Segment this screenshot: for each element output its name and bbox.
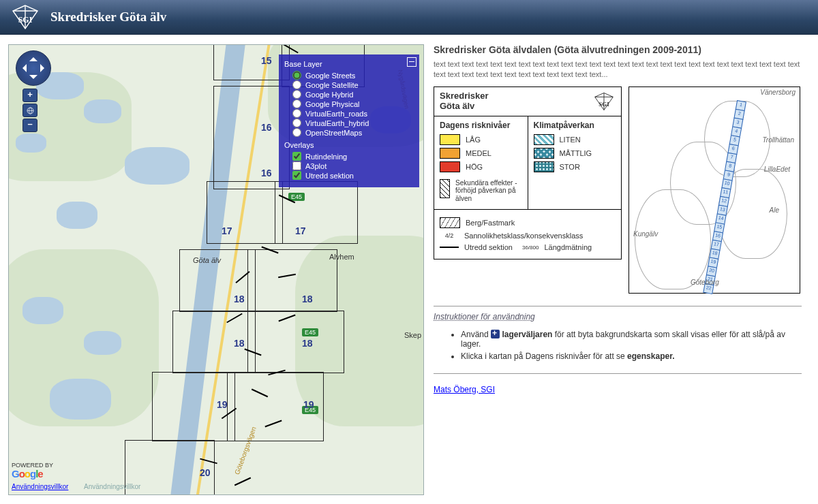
legend-swatch-stor: [534, 161, 554, 172]
overview-city: Ale: [770, 206, 779, 214]
overview-city: Göteborg: [691, 279, 719, 286]
grid-label: 19: [303, 399, 314, 410]
description-text: text text text text text text text text …: [434, 59, 802, 80]
legend-swatch-liten: [534, 134, 554, 145]
legend-climate-heading: Klimatpåverkan: [534, 121, 616, 130]
legend-swatch-secondary: [440, 179, 450, 198]
base-layer-option[interactable]: Google Physical: [292, 99, 414, 108]
grid-label: 16: [261, 122, 272, 133]
overview-city: Kungälv: [633, 230, 658, 238]
base-layer-option[interactable]: Google Hybrid: [292, 90, 414, 99]
layer-switcher-minimize-button[interactable]: [407, 57, 416, 67]
overview-city: Vänersborg: [760, 89, 796, 96]
legend-swatch: [440, 161, 460, 172]
author-link[interactable]: Mats Öberg, SGI: [434, 385, 495, 394]
instructions-heading: Instruktioner för användning: [434, 312, 802, 321]
overlay-option[interactable]: A3plot: [292, 161, 414, 170]
base-layer-option[interactable]: Google Streets: [292, 71, 414, 80]
zoom-world-button[interactable]: [22, 104, 37, 117]
app-header: SGI Skredrisker Göta älv: [0, 0, 818, 35]
base-layer-option[interactable]: OpenStreetMaps: [292, 128, 414, 137]
legend-swatch-berg: [440, 217, 460, 228]
overview-map[interactable]: 12345678910111213141516171819202122 Väne…: [628, 86, 800, 294]
grid-label: 19: [217, 399, 228, 410]
sgi-logo: SGI: [10, 3, 41, 31]
page-title: Skredrisker Göta älvdalen (Göta älvutred…: [434, 44, 802, 55]
sgi-mini-logo: SGI: [592, 91, 616, 112]
legend-secondary-label: Sekundära effekter - förhöjd påverkan på…: [455, 179, 521, 203]
svg-text:SGI: SGI: [18, 15, 33, 25]
legend-swatch: [440, 134, 460, 145]
overview-city: LillaEdet: [764, 166, 790, 173]
grid-label: 18: [234, 294, 245, 304]
legend-swatch: [440, 148, 460, 159]
grid-label: 15: [261, 55, 272, 66]
grid-label: 16: [261, 168, 272, 178]
pan-south-button[interactable]: [29, 75, 37, 83]
map-label: Skep: [404, 331, 421, 339]
pan-west-button[interactable]: [18, 64, 27, 72]
svg-text:SGI: SGI: [599, 100, 609, 107]
legend-risk-heading: Dagens risknivåer: [440, 121, 522, 130]
grid-label: 18: [302, 338, 313, 349]
grid-label: 18: [234, 338, 245, 349]
legend-swatch-mattlig: [534, 148, 554, 159]
base-layer-option[interactable]: Google Satellite: [292, 80, 414, 89]
overlay-option[interactable]: Rutindelning: [292, 152, 414, 161]
map-nav-controls: + –: [16, 50, 57, 132]
pan-north-button[interactable]: [29, 53, 37, 61]
base-layer-option[interactable]: VirtualEarth_roads: [292, 109, 414, 118]
overview-city: Trollhättan: [762, 136, 794, 144]
zoom-out-button[interactable]: –: [22, 119, 37, 132]
layer-switcher-icon: [491, 330, 500, 338]
pan-control: [16, 50, 51, 86]
overlay-option[interactable]: Utredd sektion: [292, 171, 414, 180]
legend-line-icon: [440, 247, 459, 248]
terms-link[interactable]: Användningsvillkor: [12, 483, 68, 490]
grid-label: 17: [295, 225, 306, 236]
terms-link-secondary: Användningsvillkor: [84, 483, 140, 490]
zoom-in-button[interactable]: +: [22, 89, 37, 102]
side-panel: Skredrisker Göta älvdalen (Göta älvutred…: [434, 44, 802, 394]
map-attribution: POWERED BY Google: [12, 462, 53, 479]
overlays-heading: Overlays: [284, 141, 414, 149]
grid-label: 20: [200, 467, 211, 478]
instructions-list: Använd lagerväljaren för att byta bakgru…: [434, 330, 802, 361]
map-viewport[interactable]: E45 E45 E45 Göta älv Alvhem Skep Götebor…: [8, 44, 424, 495]
layer-switcher-panel: Base Layer Google StreetsGoogle Satellit…: [279, 54, 419, 187]
app-title: Skredrisker Göta älv: [50, 10, 166, 25]
base-layer-option[interactable]: VirtualEarth_hybrid: [292, 119, 414, 127]
grid-label: 17: [222, 225, 232, 236]
legend-box: SkredriskerGöta älv SGI Dagens risknivåe…: [434, 86, 622, 260]
base-layer-heading: Base Layer: [284, 60, 414, 68]
pan-east-button[interactable]: [40, 64, 48, 72]
grid-label: 18: [302, 294, 313, 304]
